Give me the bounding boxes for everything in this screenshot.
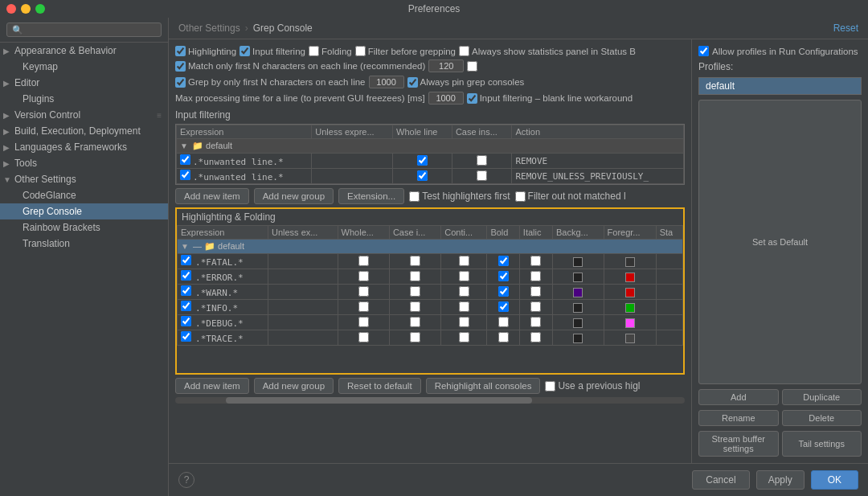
- table-row[interactable]: .*FATAL.*: [178, 254, 683, 269]
- cell-case[interactable]: [389, 254, 440, 269]
- sidebar-item-keymap[interactable]: Keymap: [0, 59, 168, 75]
- row-enabled-checkbox2[interactable]: [180, 170, 190, 180]
- table-row[interactable]: .*ERROR.*: [178, 269, 683, 285]
- row-cb[interactable]: [181, 285, 191, 296]
- reset-link[interactable]: Reset: [833, 23, 858, 34]
- case-cb[interactable]: [410, 301, 420, 312]
- row-cb[interactable]: [181, 331, 191, 342]
- cell-bg[interactable]: [553, 269, 604, 285]
- sidebar-item-vcs[interactable]: ▶ Version Control ≡: [0, 107, 168, 123]
- grep-first-n-checkbox[interactable]: [175, 77, 186, 88]
- cell-conti[interactable]: [441, 269, 487, 285]
- italic-cb[interactable]: [530, 256, 541, 266]
- conti-cb[interactable]: [459, 332, 469, 342]
- maximize-button[interactable]: [35, 4, 45, 14]
- folding-checkbox-label[interactable]: Folding: [309, 46, 352, 56]
- test-highlighters-checkbox[interactable]: [409, 191, 420, 202]
- cell-expr[interactable]: .*FATAL.*: [178, 254, 268, 269]
- table-row[interactable]: ▼ — 📁 default: [178, 240, 683, 254]
- whole-cb[interactable]: [358, 256, 369, 266]
- scrollbar-thumb[interactable]: [226, 397, 531, 404]
- stream-buffer-button[interactable]: Stream buffer settings: [698, 431, 779, 457]
- fg-swatch[interactable]: [625, 318, 635, 328]
- whole-cb[interactable]: [358, 317, 369, 327]
- input-filtering-blank-checkbox[interactable]: [467, 93, 477, 104]
- fg-swatch[interactable]: [625, 257, 635, 267]
- cell-bold[interactable]: [487, 254, 519, 269]
- sidebar-item-editor[interactable]: ▶ Editor: [0, 75, 168, 91]
- set-as-default-button[interactable]: Set as Default: [698, 100, 862, 384]
- grep-first-n-input[interactable]: [369, 76, 404, 88]
- cell-bold[interactable]: [487, 330, 519, 346]
- cell-case[interactable]: [389, 269, 440, 285]
- table-row[interactable]: .*INFO.*: [178, 300, 683, 315]
- sidebar-item-tools[interactable]: ▶ Tools: [0, 155, 168, 171]
- cell-whole[interactable]: [338, 330, 389, 346]
- cell-fg[interactable]: [604, 300, 656, 315]
- whole-cb[interactable]: [358, 301, 369, 312]
- apply-button[interactable]: Apply: [756, 470, 805, 490]
- case-cb[interactable]: [410, 271, 420, 281]
- cancel-button[interactable]: Cancel: [692, 470, 749, 490]
- extension-button[interactable]: Extension...: [338, 188, 404, 204]
- hl-rehighlight-button[interactable]: Rehighlight all consoles: [426, 378, 541, 394]
- fg-swatch[interactable]: [625, 303, 635, 313]
- cell-expr[interactable]: .*DEBUG.*: [178, 315, 268, 330]
- italic-cb[interactable]: [530, 286, 541, 297]
- cell-bold[interactable]: [487, 269, 519, 285]
- cell-italic[interactable]: [519, 285, 552, 300]
- cell-fg[interactable]: [604, 315, 656, 330]
- cell-whole[interactable]: [338, 285, 389, 300]
- add-new-group-button[interactable]: Add new group: [254, 188, 334, 204]
- bold-cb[interactable]: [498, 286, 509, 297]
- cell-case[interactable]: [389, 330, 440, 346]
- hl-add-new-group-button[interactable]: Add new group: [254, 378, 334, 394]
- max-processing-input[interactable]: [428, 92, 464, 105]
- always-show-stats-status-checkbox[interactable]: [459, 46, 469, 56]
- cell-whole[interactable]: [338, 315, 389, 330]
- cell-case[interactable]: [389, 300, 440, 315]
- always-pin-checkbox[interactable]: [407, 77, 418, 88]
- minimize-button[interactable]: [21, 4, 31, 14]
- fg-swatch[interactable]: [625, 273, 635, 282]
- cell-bg[interactable]: [553, 300, 604, 315]
- filter-before-grepping-label[interactable]: Filter before grepping: [355, 46, 456, 56]
- cell-conti[interactable]: [441, 254, 487, 269]
- cell-case-ins[interactable]: [452, 154, 512, 169]
- cell-bg[interactable]: [553, 285, 604, 300]
- sidebar-item-rainbow-brackets[interactable]: Rainbow Brackets: [0, 219, 168, 236]
- bold-cb[interactable]: [498, 301, 509, 312]
- whole-cb[interactable]: [358, 332, 369, 342]
- case-cb[interactable]: [410, 317, 420, 327]
- match-first-n-checkbox[interactable]: [175, 61, 186, 72]
- always-show-stats-console-label[interactable]: [467, 61, 480, 72]
- add-button[interactable]: Add: [698, 389, 779, 405]
- table-row[interactable]: ▼ 📁 default: [177, 139, 684, 154]
- cell-italic[interactable]: [519, 315, 552, 330]
- cell-conti[interactable]: [441, 315, 487, 330]
- cell-case[interactable]: [389, 315, 440, 330]
- cell-conti[interactable]: [441, 300, 487, 315]
- whole-cb[interactable]: [358, 271, 369, 281]
- fg-swatch[interactable]: [625, 288, 635, 297]
- table-row[interactable]: .*WARN.*: [178, 285, 683, 300]
- always-show-stats-status-label[interactable]: Always show statistics panel in Status B: [459, 46, 636, 56]
- use-previous-hl-checkbox[interactable]: [545, 381, 555, 391]
- cell-bg[interactable]: [553, 330, 604, 346]
- always-pin-label[interactable]: Always pin grep consoles: [407, 77, 525, 88]
- delete-button[interactable]: Delete: [782, 410, 862, 426]
- italic-cb[interactable]: [530, 271, 541, 281]
- close-button[interactable]: [6, 4, 16, 14]
- case-cb[interactable]: [410, 286, 420, 297]
- window-controls[interactable]: [6, 4, 45, 14]
- allow-profiles-label[interactable]: Allow profiles in Run Configurations: [698, 46, 862, 56]
- hl-reset-to-default-button[interactable]: Reset to default: [338, 378, 421, 394]
- sidebar-item-languages[interactable]: ▶ Languages & Frameworks: [0, 139, 168, 155]
- italic-cb[interactable]: [530, 332, 541, 342]
- cell-conti[interactable]: [441, 285, 487, 300]
- use-previous-hl-label[interactable]: Use a previous higl: [545, 380, 640, 391]
- conti-cb[interactable]: [459, 286, 469, 297]
- cell-fg[interactable]: [604, 330, 656, 346]
- conti-cb[interactable]: [459, 271, 469, 281]
- table-row[interactable]: .*DEBUG.*: [178, 315, 683, 330]
